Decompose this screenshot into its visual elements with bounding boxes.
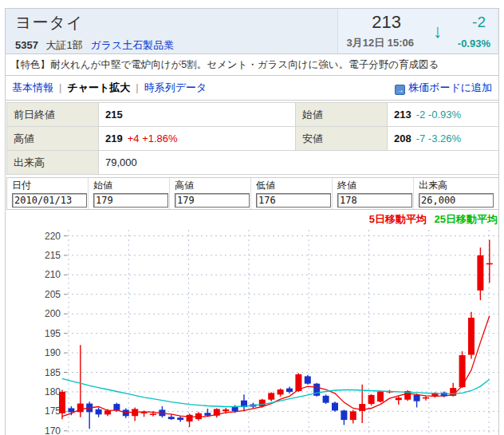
form-col-volume: 出来高 xyxy=(414,178,498,209)
volume-label: 出来高 xyxy=(7,151,99,175)
company-description: 【特色】耐火れんが中堅で電炉向けが5割。セメント・ガラス向けに強い。電子分野の育… xyxy=(5,54,499,76)
svg-text:205: 205 xyxy=(45,289,61,300)
ma25-legend-label: 25日移動平均 xyxy=(435,213,498,225)
stock-exchange: 大証1部 xyxy=(46,39,83,51)
date-input[interactable] xyxy=(12,193,87,208)
volume-field-label: 出来高 xyxy=(419,179,495,192)
quote-lookup-form: 日付 始値 高値 低値 終値 出来高 xyxy=(6,177,499,210)
high-input[interactable] xyxy=(175,193,250,208)
volume-value: 79,000 xyxy=(99,151,499,175)
chart-canvas: 170175180185190195200205210215220 xyxy=(5,230,499,435)
svg-text:180: 180 xyxy=(45,386,61,397)
candlestick-chart: 170175180185190195200205210215220 xyxy=(5,230,499,435)
volume-input[interactable] xyxy=(419,193,494,208)
svg-text:170: 170 xyxy=(45,425,61,435)
tab-chart-enlarge: チャート拡大 xyxy=(67,81,130,93)
price-change-percent: -0.93% xyxy=(458,38,490,49)
stock-name: ヨータイ xyxy=(15,12,174,34)
svg-text:190: 190 xyxy=(45,347,61,358)
table-row: 高値 219+4 +1.86% 安値 208-7 -3.26% xyxy=(7,127,499,151)
low-value: 208-7 -3.26% xyxy=(388,127,499,151)
prev-close-label: 前日終値 xyxy=(7,103,99,127)
arrow-right-icon: → xyxy=(395,85,405,95)
stock-meta: 5357 大証1部 ガラス土石製品業 xyxy=(15,38,174,53)
nav-separator: | xyxy=(59,81,61,93)
open-label: 始値 xyxy=(296,103,388,127)
quote-datetime: 3月12日 15:06 xyxy=(346,36,414,50)
table-row: 出来高 79,000 xyxy=(7,151,499,175)
ma5-legend-label: 5日移動平均 xyxy=(369,213,427,225)
low-input[interactable] xyxy=(256,193,331,208)
ma-legend: 5日移動平均 25日移動平均 xyxy=(364,212,498,227)
page-left-border xyxy=(5,8,6,435)
low-field-label: 低値 xyxy=(256,179,329,192)
form-col-open: 始値 xyxy=(89,178,170,209)
stock-identity: ヨータイ 5357 大証1部 ガラス土石製品業 xyxy=(15,12,174,53)
close-input[interactable] xyxy=(337,193,412,208)
daily-summary-table: 前日終値 215 始値 213-2 -0.93% 高値 219+4 +1.86%… xyxy=(6,102,499,175)
low-label: 安値 xyxy=(296,127,388,151)
stock-header: ヨータイ 5357 大証1部 ガラス土石製品業 213 3月12日 15:06 … xyxy=(5,8,499,54)
add-to-board: →株価ボードに追加 xyxy=(395,76,492,100)
svg-text:215: 215 xyxy=(45,250,61,261)
high-value: 219+4 +1.86% xyxy=(99,127,296,151)
svg-text:185: 185 xyxy=(45,367,61,378)
open-value: 213-2 -0.93% xyxy=(388,103,499,127)
table-row: 前日終値 215 始値 213-2 -0.93% xyxy=(7,103,499,127)
svg-text:200: 200 xyxy=(45,308,61,319)
close-field-label: 終値 xyxy=(337,179,410,192)
high-field-label: 高値 xyxy=(175,179,247,192)
svg-text:195: 195 xyxy=(45,328,61,339)
svg-text:210: 210 xyxy=(45,269,61,280)
form-col-low: 低値 xyxy=(251,178,333,209)
current-price: 213 xyxy=(372,12,401,33)
page-right-border xyxy=(498,8,499,435)
form-col-close: 終値 xyxy=(333,178,414,209)
stock-quote-page: ヨータイ 5357 大証1部 ガラス土石製品業 213 3月12日 15:06 … xyxy=(0,0,504,435)
price-panel: 213 3月12日 15:06 ↓ -2 -0.93% xyxy=(337,9,497,53)
open-field-label: 始値 xyxy=(93,179,166,192)
quote-nav: 基本情報|チャート拡大|時系列データ →株価ボードに追加 xyxy=(5,76,499,101)
date-label: 日付 xyxy=(12,179,85,192)
form-col-date: 日付 xyxy=(7,178,89,209)
high-label: 高値 xyxy=(7,127,99,151)
prev-close-value: 215 xyxy=(99,103,296,127)
stock-code: 5357 xyxy=(15,39,38,51)
industry-link[interactable]: ガラス土石製品業 xyxy=(90,39,174,51)
tab-basic-info[interactable]: 基本情報 xyxy=(12,81,53,93)
open-input[interactable] xyxy=(93,193,168,208)
add-to-board-link[interactable]: 株価ボードに追加 xyxy=(408,81,492,93)
down-arrow-icon: ↓ xyxy=(433,20,443,42)
svg-text:175: 175 xyxy=(45,405,61,417)
tab-time-series[interactable]: 時系列データ xyxy=(144,81,207,93)
nav-separator: | xyxy=(136,81,138,93)
price-change: -2 xyxy=(472,14,486,31)
svg-text:220: 220 xyxy=(45,231,61,242)
form-col-high: 高値 xyxy=(170,178,251,209)
